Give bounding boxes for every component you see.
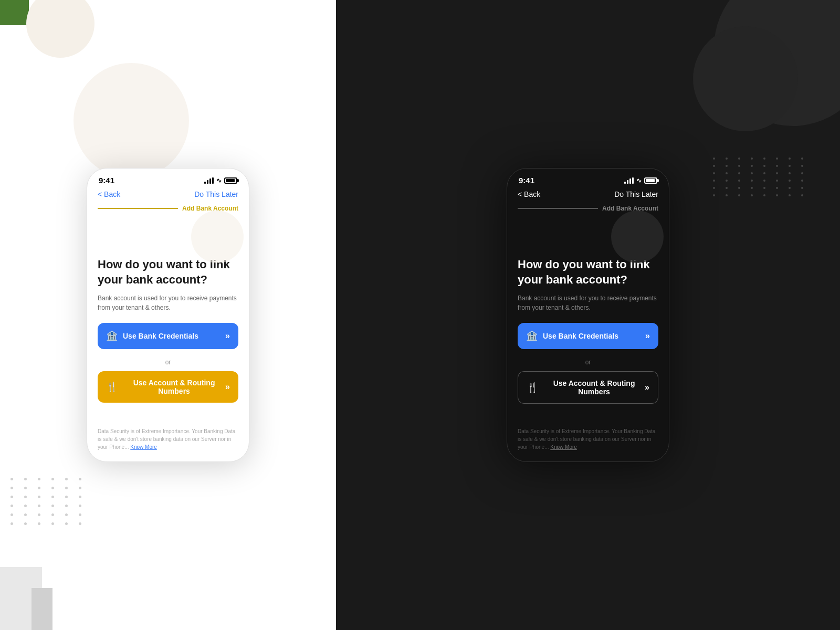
status-icons-light: ∿ (204, 177, 237, 184)
battery-icon-dark (644, 177, 657, 184)
chevron-icon-dark: » (645, 331, 650, 341)
bank-credentials-label-dark: Use Bank Credentials (543, 332, 618, 340)
phone-circle-decoration-dark (611, 211, 664, 263)
chevron-routing-icon-light: » (225, 382, 230, 392)
bank-credentials-button-light[interactable]: 🏦 Use Bank Credentials » (98, 323, 238, 349)
sub-text-light: Bank account is used for you to receive … (98, 293, 238, 312)
status-bar-dark: 9:41 ∿ (507, 169, 669, 188)
routing-label-light: Use Account & Routing Numbers (123, 379, 225, 395)
section-line-light (98, 208, 178, 209)
back-button-dark[interactable]: < Back (518, 190, 540, 198)
light-phone-mockup: 9:41 ∿ < Back Do This Later Add Bank Acc… (87, 168, 249, 462)
left-panel: 9:41 ∿ < Back Do This Later Add Bank Acc… (0, 0, 336, 630)
phone-circle-decoration (191, 211, 244, 263)
rect-decoration-bottom2 (32, 588, 52, 630)
battery-icon (224, 177, 237, 184)
circle-decoration-large (74, 63, 189, 178)
green-bar-decoration (0, 0, 29, 25)
signal-icon (204, 177, 214, 184)
status-time-light: 9:41 (99, 176, 114, 185)
or-divider-dark: or (518, 359, 658, 366)
dots-grid-decoration (10, 478, 86, 525)
sub-text-dark: Bank account is used for you to receive … (518, 293, 658, 312)
dark-phone-mockup: 9:41 ∿ < Back Do This Later Add Bank Acc… (507, 168, 669, 462)
back-button-light[interactable]: < Back (98, 190, 120, 198)
right-panel: 9:41 ∿ < Back Do This Later Add Bank Acc… (336, 0, 840, 630)
know-more-link-dark[interactable]: Know More (550, 444, 577, 450)
signal-icon-dark (624, 177, 634, 184)
status-bar-light: 9:41 ∿ (87, 169, 249, 188)
status-icons-dark: ∿ (624, 177, 657, 184)
know-more-link-light[interactable]: Know More (130, 444, 157, 450)
chevron-icon-light: » (225, 331, 230, 341)
circle-decoration-top-left (26, 0, 94, 58)
bank-icon-light: 🏦 (106, 330, 118, 342)
nav-bar-dark: < Back Do This Later (507, 188, 669, 203)
nav-bar-light: < Back Do This Later (87, 188, 249, 203)
chevron-routing-icon-dark: » (645, 383, 649, 392)
phone-content-light: Add Bank Account How do you want to link… (87, 203, 249, 461)
wifi-icon-dark: ∿ (636, 177, 642, 184)
bank-credentials-button-dark[interactable]: 🏦 Use Bank Credentials » (518, 323, 658, 349)
section-line-dark (518, 208, 598, 209)
routing-numbers-button-light[interactable]: 🍴 Use Account & Routing Numbers » (98, 371, 238, 403)
routing-icon-light: 🍴 (106, 381, 118, 393)
phone-content-dark: Add Bank Account How do you want to link… (507, 203, 669, 461)
right-dots-decoration (713, 158, 808, 196)
bank-icon-dark: 🏦 (526, 330, 538, 342)
or-divider-light: or (98, 359, 238, 366)
routing-numbers-button-dark[interactable]: 🍴 Use Account & Routing Numbers » (518, 371, 658, 404)
footer-text-dark: Data Security is of Extreme Importance. … (518, 417, 658, 451)
status-time-dark: 9:41 (519, 176, 534, 185)
routing-label-dark: Use Account & Routing Numbers (543, 379, 645, 396)
bank-credentials-label-light: Use Bank Credentials (123, 332, 198, 340)
footer-text-light: Data Security is of Extreme Importance. … (98, 417, 238, 451)
wifi-icon: ∿ (216, 177, 222, 184)
bg-circle-decoration-2 (693, 26, 798, 131)
do-later-button-dark[interactable]: Do This Later (614, 190, 658, 198)
routing-icon-dark: 🍴 (527, 382, 538, 393)
do-later-button-light[interactable]: Do This Later (194, 190, 238, 198)
